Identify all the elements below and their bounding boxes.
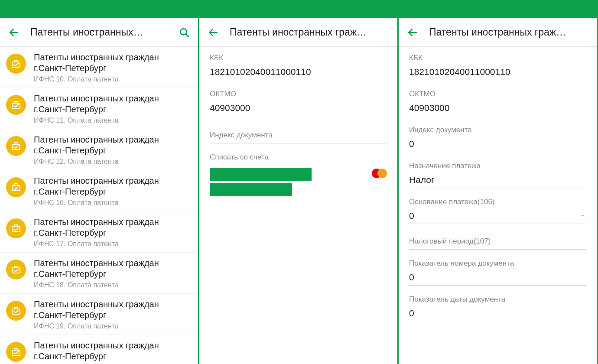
list-item[interactable]: Патенты иностранных граждан г.Санкт-Пете… (0, 294, 198, 335)
back-button[interactable] (205, 24, 222, 41)
pane-form-1: Патенты иностранных граж… КБК 1821010204… (199, 0, 399, 364)
field-label: ОКТМО (409, 90, 586, 98)
page-title: Патенты иностранных граж… (429, 26, 592, 38)
status-bar (199, 0, 397, 18)
search-icon (179, 27, 190, 38)
oktmo-field: ОКТМО 40903000 (409, 90, 586, 116)
field-value[interactable]: 40903000 (210, 103, 387, 116)
field-value[interactable]: 18210102040011000110 (210, 67, 387, 80)
kbk-field: КБК 18210102040011000110 (409, 54, 586, 80)
list-item-title: Патенты иностранных граждан г.Санкт-Пете… (34, 340, 191, 362)
doc-index-field[interactable]: Индекс документа (210, 131, 387, 143)
chevron-down-icon (579, 212, 586, 219)
list-item-subtitle: ИФНС 10. Оплата патента (34, 75, 191, 83)
pane-form-2: Патенты иностранных граж… КБК 1821010204… (399, 0, 598, 364)
svg-rect-6 (12, 185, 20, 191)
list-item-subtitle: ИФНС 18. Оплата патента (34, 281, 191, 289)
list-item[interactable]: Патенты иностранных граждан г.Санкт-Пете… (0, 88, 198, 129)
field-value[interactable]: 18210102040011000110 (409, 67, 586, 80)
list-item-text: Патенты иностранных граждан г.Санкт-Пете… (34, 134, 191, 166)
page-title: Патенты иностранных граж… (230, 26, 392, 38)
field-value[interactable]: 0 (409, 308, 586, 321)
svg-line-2 (185, 34, 188, 36)
field-label: КБК (409, 54, 586, 62)
list-item-text: Патенты иностранных граждан г.Санкт-Пете… (34, 340, 191, 364)
field-value: 0 (409, 211, 414, 221)
status-bar (399, 0, 597, 18)
search-button[interactable] (176, 24, 193, 41)
list-item[interactable]: Патенты иностранных граждан г.Санкт-Пете… (0, 47, 198, 88)
list-item-text: Патенты иностранных граждан г.Санкт-Пете… (34, 299, 191, 330)
payment-form: КБК 18210102040011000110 ОКТМО 40903000 … (399, 47, 597, 364)
arrow-left-icon (8, 27, 20, 38)
field-label: Индекс документа (409, 126, 586, 134)
list-item[interactable]: Патенты иностранных граждан г.Санкт-Пете… (0, 170, 198, 211)
briefcase-icon (6, 218, 26, 238)
list-item-title: Патенты иностранных граждан г.Санкт-Пете… (34, 176, 191, 197)
svg-rect-8 (12, 268, 20, 273)
field-value[interactable]: Налог (409, 175, 586, 188)
briefcase-icon (6, 54, 26, 74)
briefcase-icon (6, 260, 26, 280)
dropdown-value[interactable]: 0 (409, 211, 586, 224)
list-item-subtitle: ИФНС 17. Оплата патента (34, 240, 191, 248)
basis-field[interactable]: Основание платежа(106) 0 (409, 198, 586, 224)
list-item[interactable]: Патенты иностранных граждан г.Санкт-Пете… (0, 335, 198, 364)
pane-list: Патенты иностранных… Патенты иностранных… (0, 0, 199, 364)
app-bar: Патенты иностранных граж… (399, 18, 597, 47)
svg-rect-7 (12, 227, 20, 232)
field-label: Показатель номера документа (409, 259, 586, 268)
back-button[interactable] (404, 24, 421, 41)
briefcase-icon (6, 95, 26, 115)
mastercard-icon (372, 169, 387, 178)
account-field[interactable]: Списать со счета (210, 153, 387, 196)
list-item[interactable]: Патенты иностранных граждан г.Санкт-Пете… (0, 253, 198, 294)
field-value[interactable]: 40903000 (409, 103, 586, 116)
field-value[interactable]: 0 (409, 272, 586, 286)
purpose-field: Назначение платежа Налог (409, 162, 586, 188)
list-item[interactable]: Патенты иностранных граждан г.Санкт-Пете… (0, 211, 198, 253)
list-item-text: Патенты иностранных граждан г.Санкт-Пете… (34, 52, 191, 83)
card-selector[interactable] (210, 168, 387, 196)
svg-rect-10 (12, 350, 20, 355)
field-label: Списать со счета (210, 153, 387, 162)
field-label: Налоговый период(107) (409, 237, 586, 250)
list-item-text: Патенты иностранных граждан г.Санкт-Пете… (34, 258, 191, 289)
list-item-title: Патенты иностранных граждан г.Санкт-Пете… (34, 134, 191, 156)
list-item-text: Патенты иностранных граждан г.Санкт-Пете… (34, 93, 191, 124)
svg-rect-3 (12, 62, 20, 67)
briefcase-icon (6, 301, 26, 321)
list-item-subtitle: ИФНС 12. Оплата патента (34, 158, 191, 166)
list-item-title: Патенты иностранных граждан г.Санкт-Пете… (34, 217, 191, 238)
doc-index-field: Индекс документа 0 (409, 126, 586, 152)
list-item-text: Патенты иностранных граждан г.Санкт-Пете… (34, 176, 191, 207)
list-item-title: Патенты иностранных граждан г.Санкт-Пете… (34, 299, 191, 321)
payment-form: КБК 18210102040011000110 ОКТМО 40903000 … (199, 47, 397, 364)
svg-rect-4 (12, 103, 20, 108)
card-redacted (210, 168, 312, 196)
list-item-subtitle: ИФНС 11. Оплата патента (34, 117, 191, 124)
status-bar (0, 0, 198, 18)
field-label: КБК (210, 54, 387, 62)
field-value[interactable]: 0 (409, 139, 586, 152)
app-bar: Патенты иностранных… (0, 18, 198, 47)
svg-rect-9 (12, 309, 20, 314)
svg-rect-5 (12, 144, 20, 150)
arrow-left-icon (208, 27, 219, 38)
list-item-title: Патенты иностранных граждан г.Санкт-Пете… (34, 258, 191, 280)
field-label: ОКТМО (210, 90, 387, 98)
arrow-left-icon (407, 27, 418, 38)
kbk-field: КБК 18210102040011000110 (210, 54, 387, 80)
list-item-subtitle: ИФНС 19. Оплата патента (34, 322, 191, 330)
page-title: Патенты иностранных… (30, 26, 168, 38)
tax-period-field[interactable]: Налоговый период(107) (409, 237, 586, 250)
field-label: Показатель даты документа (409, 295, 586, 304)
field-label: Назначение платежа (409, 162, 586, 170)
list-item-subtitle: ИФНС 16. Оплата патента (34, 199, 191, 207)
list-item-text: Патенты иностранных граждан г.Санкт-Пете… (34, 217, 191, 248)
field-label: Основание платежа(106) (409, 198, 586, 206)
field-label: Индекс документа (210, 131, 387, 143)
list-item[interactable]: Патенты иностранных граждан г.Санкт-Пете… (0, 129, 198, 170)
patent-list: Патенты иностранных граждан г.Санкт-Пете… (0, 47, 198, 364)
back-button[interactable] (5, 24, 23, 41)
